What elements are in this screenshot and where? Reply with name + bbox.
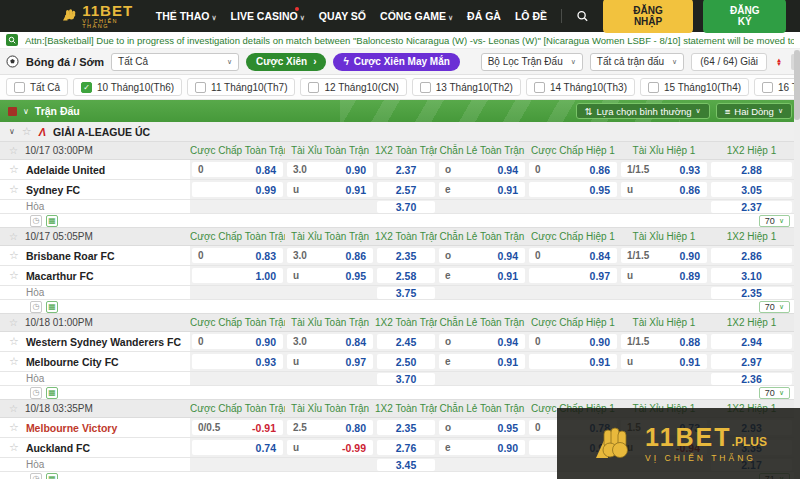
odds-cell-handicap-h1[interactable]: 0.95 — [529, 182, 617, 197]
line-mode-select[interactable]: ≡ Hai Dòng∨ — [716, 103, 792, 119]
more-bets-dropdown[interactable]: 70∨ — [759, 301, 790, 313]
odds-cell-1x2-draw-ft[interactable]: 3.75 — [377, 287, 435, 299]
date-chip[interactable]: ✓ 11 Tháng10(Th7) — [187, 78, 295, 96]
favorite-star-icon[interactable]: ☆ — [9, 231, 18, 242]
stats-icon[interactable]: ▦ — [46, 387, 58, 399]
odds-cell-1x2-h1[interactable]: 3.10 — [711, 268, 792, 283]
odds-cell-1x2-draw-h1[interactable]: 2.35 — [711, 287, 792, 299]
odds-cell-ou-ft[interactable]: u0.91 — [287, 182, 373, 197]
date-chip[interactable]: ✓ Tất Cả — [6, 78, 68, 96]
checkbox[interactable]: ✓ — [762, 82, 773, 93]
odds-cell-1x2-ft[interactable]: 2.76 — [377, 440, 435, 455]
favorite-star-icon[interactable]: ☆ — [9, 183, 19, 196]
checkbox[interactable]: ✓ — [420, 82, 431, 93]
odds-cell-ou-ft[interactable]: 3.00.90 — [287, 162, 373, 177]
clock-icon[interactable]: ◷ — [30, 473, 42, 479]
odds-cell-handicap-ft[interactable]: 0.74 — [192, 440, 283, 455]
odds-cell-handicap-ft[interactable]: 1.00 — [192, 268, 283, 283]
odds-cell-ou-h1[interactable]: u0.86 — [621, 182, 707, 197]
odds-cell-1x2-h1[interactable]: 2.86 — [711, 248, 792, 263]
odds-cell-ou-ft[interactable]: u-0.99 — [287, 440, 373, 455]
odds-cell-handicap-h1[interactable]: 0.91 — [529, 354, 617, 369]
odds-cell-ou-ft[interactable]: 3.00.86 — [287, 248, 373, 263]
odds-cell-1x2-draw-ft[interactable]: 3.70 — [377, 373, 435, 385]
clock-icon[interactable]: ◷ — [30, 301, 42, 313]
login-button[interactable]: ĐĂNG NHẬP — [603, 0, 694, 33]
clock-icon[interactable]: ◷ — [30, 387, 42, 399]
odds-cell-handicap-ft[interactable]: 00.90 — [192, 334, 283, 349]
odds-cell-1x2-h1[interactable]: 2.97 — [711, 354, 792, 369]
odds-cell-ou-h1[interactable]: 1/1.50.90 — [621, 248, 707, 263]
odds-cell-oe-ft[interactable]: o0.94 — [439, 334, 525, 349]
odds-cell-1x2-ft[interactable]: 2.57 — [377, 182, 435, 197]
nav-quay-so[interactable]: QUAY SỐ — [319, 10, 366, 22]
favorite-star-icon[interactable]: ☆ — [9, 317, 18, 328]
date-chip[interactable]: ✓ 12 Tháng10(CN) — [300, 78, 406, 96]
odds-cell-oe-ft[interactable]: o0.94 — [439, 162, 525, 177]
nav-the-thao[interactable]: THỂ THAO∨ — [156, 10, 217, 22]
odds-cell-1x2-ft[interactable]: 2.50 — [377, 354, 435, 369]
date-chip[interactable]: ✓ 10 Tháng10(Th6) — [73, 78, 182, 96]
lucky-parlay-button[interactable]: ϟCược Xiên May Mắn — [333, 53, 459, 71]
favorite-star-icon[interactable]: ☆ — [9, 249, 19, 262]
odds-cell-1x2-h1[interactable]: 3.05 — [711, 182, 792, 197]
odds-cell-1x2-ft[interactable]: 2.35 — [377, 248, 435, 263]
chevron-down-icon[interactable]: ∨ — [9, 127, 15, 136]
favorite-star-icon[interactable]: ☆ — [9, 269, 19, 282]
odds-cell-handicap-ft[interactable]: 00.84 — [192, 162, 283, 177]
checkbox[interactable]: ✓ — [308, 82, 319, 93]
favorite-star-icon[interactable]: ☆ — [9, 355, 19, 368]
odds-cell-1x2-draw-ft[interactable]: 3.70 — [377, 201, 435, 213]
odds-cell-1x2-draw-h1[interactable]: 2.37 — [711, 201, 792, 213]
nav-live-casino[interactable]: LIVE CASINO∨ — [231, 10, 305, 22]
odds-cell-oe-ft[interactable]: e0.91 — [439, 182, 525, 197]
chevron-down-icon[interactable]: ∨ — [23, 107, 29, 116]
odds-cell-1x2-h1[interactable]: 2.94 — [711, 334, 792, 349]
odds-cell-handicap-h1[interactable]: 00.86 — [529, 162, 617, 177]
odds-cell-ou-ft[interactable]: u0.95 — [287, 268, 373, 283]
odds-cell-handicap-ft[interactable]: 0.93 — [192, 354, 283, 369]
sort-icon[interactable]: ▲▼ — [774, 58, 784, 66]
nav-lo-de[interactable]: LÔ ĐỀ — [515, 10, 547, 22]
board-checkbox[interactable] — [8, 107, 17, 116]
match-filter-select[interactable]: Bộ Lọc Trận Đấu∨ — [481, 53, 583, 71]
favorite-star-icon[interactable]: ☆ — [9, 145, 18, 156]
odds-cell-handicap-ft[interactable]: 0/0.5-0.91 — [192, 420, 283, 435]
search-icon[interactable] — [576, 9, 589, 23]
more-bets-dropdown[interactable]: 70∨ — [759, 215, 790, 227]
stats-icon[interactable]: ▦ — [46, 473, 58, 479]
odds-cell-ou-h1[interactable]: u0.91 — [621, 354, 707, 369]
odds-cell-1x2-ft[interactable]: 2.45 — [377, 334, 435, 349]
favorite-star-icon[interactable]: ☆ — [22, 125, 32, 138]
checkbox[interactable]: ✓ — [648, 82, 659, 93]
odds-cell-1x2-draw-h1[interactable]: 2.36 — [711, 373, 792, 385]
league-row[interactable]: ∨ ☆ Λ GIẢI A-LEAGUE ÚC — [0, 122, 800, 142]
checkbox[interactable]: ✓ — [534, 82, 545, 93]
odds-cell-ou-h1[interactable]: 1/1.50.88 — [621, 334, 707, 349]
odds-cell-ou-ft[interactable]: 2.50.80 — [287, 420, 373, 435]
nav-cong-game[interactable]: CỔNG GAME∨ — [380, 10, 453, 22]
date-chip[interactable]: ✓ 13 Tháng10(Th2) — [412, 78, 521, 96]
date-chip[interactable]: ✓ 15 Tháng10(Th4) — [640, 78, 749, 96]
clock-icon[interactable]: ◷ — [30, 215, 42, 227]
date-chip[interactable]: ✓ 14 Tháng10(Th3) — [526, 78, 635, 96]
odds-cell-handicap-h1[interactable]: 00.84 — [529, 248, 617, 263]
odds-cell-1x2-ft[interactable]: 2.37 — [377, 162, 435, 177]
odds-cell-ou-ft[interactable]: u0.97 — [287, 354, 373, 369]
odds-cell-ou-h1[interactable]: 1/1.50.93 — [621, 162, 707, 177]
checkbox[interactable]: ✓ — [14, 82, 25, 93]
odds-cell-ou-h1[interactable]: u0.89 — [621, 268, 707, 283]
odds-cell-handicap-h1[interactable]: 0.97 — [529, 268, 617, 283]
favorite-star-icon[interactable]: ☆ — [9, 163, 19, 176]
scrollbar-thumb[interactable] — [794, 50, 800, 120]
odds-cell-1x2-draw-ft[interactable]: 3.45 — [377, 459, 435, 471]
nav-da-ga[interactable]: ĐÁ GÀ — [467, 10, 501, 22]
league-select[interactable]: Tất Cả∨ — [111, 53, 239, 71]
stats-icon[interactable]: ▦ — [46, 301, 58, 313]
odds-cell-oe-ft[interactable]: e0.90 — [439, 440, 525, 455]
odds-cell-1x2-ft[interactable]: 2.35 — [377, 420, 435, 435]
site-logo[interactable]: 11BET VỊ CHIẾN THẮNG — [60, 3, 142, 30]
odds-cell-1x2-ft[interactable]: 2.58 — [377, 268, 435, 283]
more-bets-dropdown[interactable]: 70∨ — [759, 387, 790, 399]
odds-cell-handicap-ft[interactable]: 00.83 — [192, 248, 283, 263]
